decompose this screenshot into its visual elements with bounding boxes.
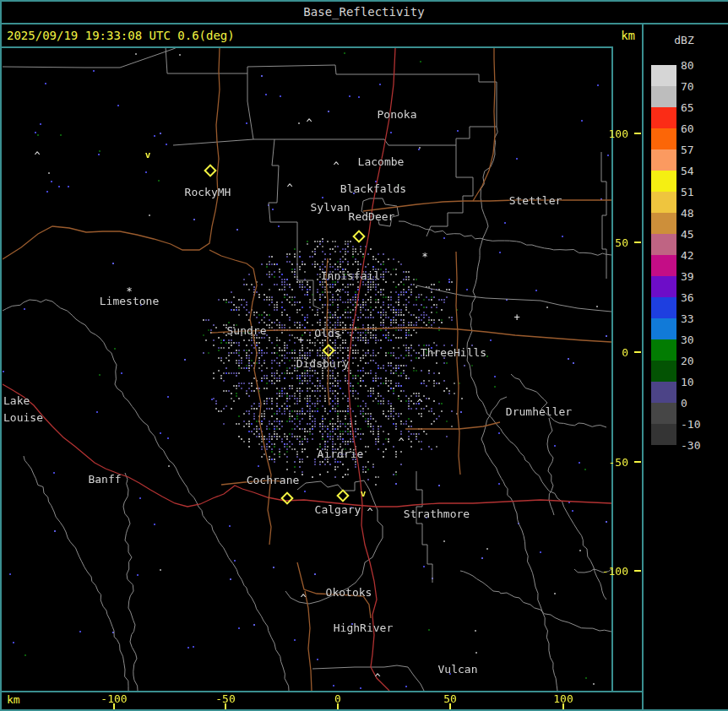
bottom-axis-tick-mark bbox=[225, 703, 226, 709]
city-label-airdrie: Airdrie bbox=[318, 448, 364, 460]
boundary-line bbox=[166, 48, 247, 73]
right-axis-tick-mark bbox=[634, 133, 641, 134]
boundary-line bbox=[467, 297, 498, 426]
legend-tick-label: 57 bbox=[681, 144, 720, 156]
legend-swatch bbox=[651, 297, 676, 318]
legend-swatch bbox=[651, 213, 676, 234]
city-label-rockymh: RockyMH bbox=[185, 186, 231, 198]
city-label-calgary: Calgary bbox=[315, 503, 361, 516]
boundary-line bbox=[3, 48, 179, 68]
radar-application-window: Base_Reflectivity 2025/09/19 19:33:08 UT… bbox=[0, 0, 728, 711]
legend-swatch bbox=[651, 318, 676, 339]
legend-swatch bbox=[651, 361, 676, 382]
bottom-axis-tick-mark bbox=[562, 703, 564, 709]
city-label-ponoka: Ponoka bbox=[378, 108, 417, 121]
city-label-okotoks: Okotoks bbox=[326, 586, 372, 599]
road-line bbox=[211, 328, 611, 342]
legend-swatch bbox=[651, 403, 676, 424]
boundary-line bbox=[460, 571, 611, 632]
city-label-reddeer: RedDeer bbox=[349, 210, 395, 223]
frame-line-under-title bbox=[0, 23, 728, 24]
city-label-didsbury: Didsbury bbox=[296, 357, 350, 370]
radar-map: PonokaLacombeBlackfaldsSylvanRedDeerStet… bbox=[3, 48, 611, 691]
boundary-line bbox=[173, 139, 253, 145]
caret-marker-icon: ^ bbox=[398, 437, 404, 448]
map-border-right bbox=[611, 46, 613, 692]
legend-tick-label: 20 bbox=[681, 355, 720, 367]
caret-marker-icon: ^ bbox=[34, 150, 40, 162]
city-label-highriver: HighRiver bbox=[334, 621, 393, 634]
station-v-icon: v bbox=[361, 488, 367, 499]
road-line bbox=[405, 422, 500, 429]
legend-tick-label: 70 bbox=[681, 80, 720, 93]
boundary-line bbox=[312, 665, 424, 691]
highway-line bbox=[3, 384, 611, 507]
legend-swatch bbox=[651, 149, 676, 171]
boundary-line bbox=[123, 473, 138, 691]
legend-tick-label: 0 bbox=[681, 397, 720, 410]
boundary-line bbox=[269, 139, 321, 309]
legend-swatch bbox=[651, 107, 676, 128]
city-label-sylvan: Sylvan bbox=[311, 201, 350, 214]
bottom-axis-tick-mark bbox=[337, 703, 339, 709]
page-title: Base_Reflectivity bbox=[303, 5, 424, 19]
right-axis-tick-label: 0 bbox=[591, 346, 628, 359]
right-axis-tick-mark bbox=[634, 570, 641, 572]
legend-swatch bbox=[651, 171, 676, 192]
timestamp-text: 2025/09/19 19:33:08 UTC 0.6(deg) bbox=[7, 26, 235, 45]
legend-swatch bbox=[651, 276, 676, 297]
boundary-line bbox=[473, 127, 497, 297]
right-axis-tick-label: -100 bbox=[591, 565, 628, 578]
legend-swatch bbox=[651, 424, 676, 445]
plus-marker-icon: + bbox=[297, 334, 303, 346]
legend-swatch bbox=[651, 382, 676, 403]
caret-marker-icon: ^ bbox=[306, 117, 312, 129]
legend-tick-label: 33 bbox=[681, 312, 720, 325]
road-line bbox=[305, 591, 312, 691]
asterisk-marker-icon: * bbox=[421, 251, 427, 263]
legend-tick-label: 36 bbox=[681, 291, 720, 304]
plus-marker-icon: + bbox=[513, 312, 519, 323]
city-label-lake: Lake bbox=[3, 394, 30, 407]
bottom-axis-tick-mark bbox=[113, 703, 115, 709]
city-label-louise: Louise bbox=[3, 411, 43, 424]
city-label-cochrane: Cochrane bbox=[247, 474, 300, 486]
bottom-axis-tick-mark bbox=[449, 703, 451, 709]
right-axis-tick-mark bbox=[634, 242, 641, 243]
legend-tick-label: 80 bbox=[681, 59, 720, 72]
legend-swatch bbox=[651, 255, 676, 276]
right-axis-tick-mark bbox=[634, 351, 641, 353]
right-axis-tick-mark bbox=[634, 461, 641, 463]
legend-tick-label: 48 bbox=[681, 207, 720, 220]
road-line bbox=[473, 48, 495, 201]
right-axis-tick-label: -50 bbox=[591, 456, 628, 469]
city-label-stettler: Stettler bbox=[509, 194, 562, 207]
legend-tick-label: 30 bbox=[681, 334, 720, 346]
boundary-line bbox=[481, 397, 557, 691]
legend-tick-label: 54 bbox=[681, 165, 720, 177]
legend-swatch bbox=[651, 192, 676, 213]
right-axis-tick-label: 50 bbox=[591, 236, 628, 249]
city-label-blackfalds: Blackfalds bbox=[340, 182, 406, 195]
legend-unit-label: dBZ bbox=[650, 34, 718, 46]
legend-swatch bbox=[651, 339, 676, 361]
road-line bbox=[363, 200, 611, 211]
legend-panel-divider bbox=[642, 23, 644, 711]
road-line bbox=[456, 252, 460, 475]
legend-swatch bbox=[651, 128, 676, 149]
legend-swatch bbox=[651, 65, 676, 86]
right-axis-unit-label: km bbox=[557, 26, 635, 45]
boundary-line bbox=[416, 471, 432, 583]
caret-marker-icon: ^ bbox=[286, 182, 292, 194]
boundary-line bbox=[511, 374, 606, 427]
caret-marker-icon: ^ bbox=[367, 507, 372, 518]
legend-swatch bbox=[651, 234, 676, 255]
bottom-axis-unit-label: km bbox=[7, 693, 20, 706]
title-bar: Base_Reflectivity bbox=[0, 2, 728, 23]
legend-tick-label: 51 bbox=[681, 186, 720, 198]
boundary-line bbox=[416, 285, 611, 312]
frame-line-left bbox=[0, 0, 2, 711]
city-label-sundre: Sundre bbox=[227, 324, 267, 337]
boundary-line bbox=[24, 456, 128, 691]
legend-tick-label: 45 bbox=[681, 228, 720, 241]
